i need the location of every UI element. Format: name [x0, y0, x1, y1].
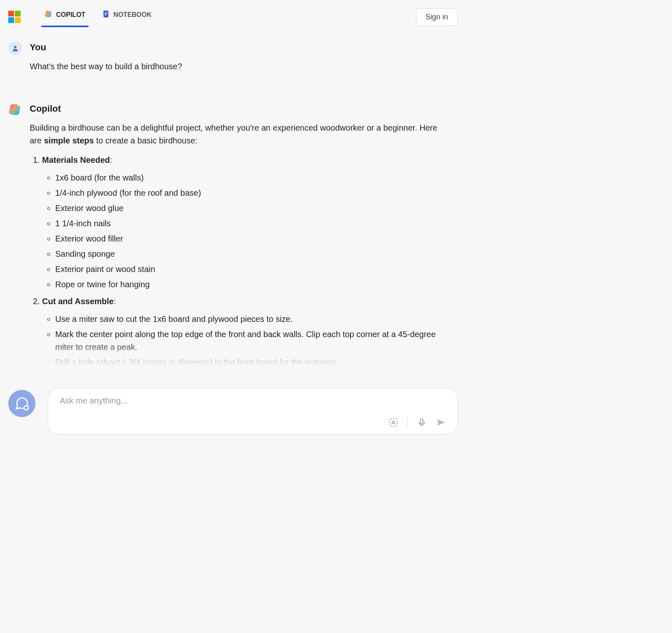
svg-point-9 — [392, 421, 395, 424]
user-name: You — [30, 42, 449, 53]
notebook-icon — [102, 10, 110, 20]
send-icon[interactable] — [436, 417, 446, 427]
tab-copilot-label: COPILOT — [56, 11, 85, 19]
list-item: Drill a hole (about 1 3/4 inches in diam… — [55, 356, 449, 366]
step-cut-assemble: Cut and Assemble: Use a miter saw to cut… — [42, 295, 449, 366]
svg-rect-2 — [105, 14, 108, 14]
microsoft-logo-icon[interactable] — [8, 11, 21, 23]
copilot-text: Building a birdhouse can be a delightful… — [30, 122, 449, 366]
list-item: Sanding sponge — [55, 248, 449, 260]
intro-after: to create a basic birdhouse: — [94, 136, 197, 145]
svg-rect-3 — [105, 15, 106, 15]
header-left: COPILOT NOTEBOOK — [8, 7, 153, 27]
list-item: Exterior paint or wood stain — [55, 263, 449, 276]
microphone-icon[interactable] — [417, 417, 427, 427]
svg-rect-4 — [103, 12, 104, 12]
tabs: COPILOT NOTEBOOK — [44, 7, 153, 27]
tab-notebook[interactable]: NOTEBOOK — [101, 7, 152, 27]
list-item: Exterior wood glue — [55, 202, 449, 215]
chat-input[interactable] — [60, 396, 446, 406]
list-item: 1/4-inch plywood (for the roof and base) — [55, 187, 449, 199]
copilot-name: Copilot — [30, 103, 449, 114]
list-item: 1 1/4-inch nails — [55, 217, 449, 230]
svg-rect-5 — [103, 13, 104, 14]
copilot-message: Copilot Building a birdhouse can be a de… — [8, 103, 449, 366]
signin-button[interactable]: Sign in — [416, 8, 458, 26]
list-item: Use a miter saw to cut the 1x6 board and… — [55, 313, 449, 326]
user-message: You What's the best way to build a birdh… — [8, 41, 449, 73]
step2-title: Cut and Assemble — [42, 297, 114, 306]
tab-notebook-label: NOTEBOOK — [113, 11, 151, 19]
user-message-body: You What's the best way to build a birdh… — [30, 41, 449, 73]
new-chat-button[interactable] — [8, 390, 35, 417]
conversation: You What's the best way to build a birdh… — [0, 32, 458, 366]
copilot-avatar-icon — [8, 103, 22, 117]
step-materials: Materials Needed: 1x6 board (for the wal… — [42, 154, 449, 291]
input-controls — [60, 417, 446, 428]
copilot-icon — [45, 10, 53, 20]
tab-copilot[interactable]: COPILOT — [44, 7, 86, 27]
header: COPILOT NOTEBOOK Sign in — [0, 0, 466, 32]
bottom-area — [0, 388, 466, 434]
user-avatar-icon — [8, 41, 22, 55]
svg-rect-1 — [105, 13, 108, 13]
image-upload-icon[interactable] — [388, 417, 398, 427]
svg-point-6 — [14, 46, 16, 48]
list-item: Exterior wood filler — [55, 232, 449, 245]
copilot-message-body: Copilot Building a birdhouse can be a de… — [30, 103, 449, 366]
svg-rect-10 — [421, 419, 423, 424]
input-box[interactable] — [48, 388, 458, 434]
svg-rect-8 — [390, 419, 397, 426]
user-text: What's the best way to build a birdhouse… — [30, 60, 449, 73]
intro-bold: simple steps — [44, 136, 94, 145]
step1-title: Materials Needed — [42, 155, 110, 164]
list-item: Rope or twine for hanging — [55, 278, 449, 291]
list-item: Mark the center point along the top edge… — [55, 328, 449, 354]
list-item: 1x6 board (for the walls) — [55, 171, 449, 184]
divider — [407, 417, 408, 428]
